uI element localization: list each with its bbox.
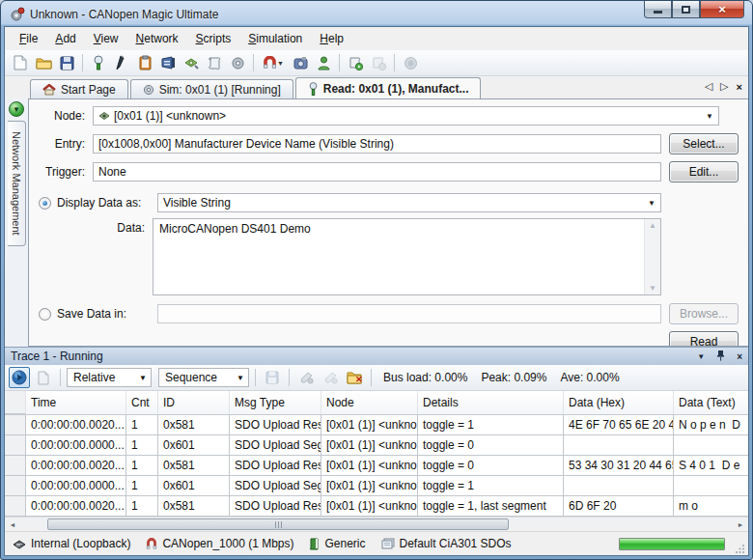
scroll-up-icon[interactable]: ▲ bbox=[649, 221, 656, 230]
clear-page-icon bbox=[38, 371, 49, 385]
network-management-orb-icon[interactable]: ▼ bbox=[9, 101, 24, 117]
menu-view[interactable]: View bbox=[85, 28, 127, 49]
cell-data-hex: 4E 6F 70 65 6E 20 44 bbox=[564, 415, 674, 435]
column-header-id[interactable]: ID bbox=[158, 391, 230, 414]
save-data-radio[interactable] bbox=[39, 308, 51, 321]
trace-filter-button[interactable] bbox=[320, 367, 341, 388]
column-header-data-hex[interactable]: Data (Hex) bbox=[564, 391, 674, 414]
title-bar[interactable]: Unknown - CANopen Magic Ultimate × bbox=[4, 1, 749, 26]
save-path-field[interactable] bbox=[157, 304, 661, 323]
data-scrollbar[interactable]: ▲ ▼ bbox=[644, 219, 660, 294]
magnet-icon bbox=[146, 538, 157, 549]
column-header-node[interactable]: Node bbox=[321, 391, 418, 414]
close-button[interactable]: × bbox=[700, 1, 744, 18]
data-textarea[interactable]: MicroCANopen DS401 Demo ▲ ▼ bbox=[153, 218, 661, 295]
tab-close-icon[interactable]: × bbox=[737, 81, 742, 93]
trace-menu-chevron-icon[interactable]: ▼ bbox=[697, 352, 705, 361]
trigger-field[interactable]: None bbox=[93, 162, 661, 182]
status-connection[interactable]: Internal (Loopback) bbox=[13, 537, 130, 550]
status-profile[interactable]: Generic bbox=[309, 537, 365, 550]
trace-highlight-button[interactable] bbox=[295, 367, 317, 388]
trace-panel-titlebar[interactable]: Trace 1 - Running ▼ × bbox=[5, 347, 748, 365]
trace-sort-combobox[interactable]: Sequence ▼ bbox=[158, 368, 249, 387]
menu-add[interactable]: Add bbox=[46, 28, 84, 49]
horizontal-scrollbar[interactable]: ◄ ► bbox=[5, 517, 748, 531]
table-row[interactable]: 0:00:00:00.0020... 1 0x581 SDO Upload Re… bbox=[5, 415, 748, 435]
save-file-button[interactable] bbox=[56, 52, 77, 73]
settings-button[interactable] bbox=[227, 52, 248, 73]
edit-button[interactable]: Edit... bbox=[669, 161, 739, 182]
display-data-radio[interactable] bbox=[39, 197, 51, 210]
tab-read-entry[interactable]: Read: 0x01 (1), Manufact... bbox=[295, 77, 482, 98]
scrollbar-thumb[interactable] bbox=[47, 518, 509, 530]
node-combobox[interactable]: [0x01 (1)] <unknown> ▼ bbox=[93, 106, 719, 126]
trace-run-button[interactable] bbox=[9, 367, 30, 388]
network-management-tab[interactable]: Network Management bbox=[8, 121, 26, 246]
trace-time-mode-combobox[interactable]: Relative ▼ bbox=[67, 368, 152, 387]
scroll-right-icon[interactable]: ► bbox=[733, 518, 748, 532]
open-file-button[interactable] bbox=[33, 52, 54, 73]
toolbar-separator bbox=[60, 369, 61, 386]
new-file-button[interactable] bbox=[10, 52, 31, 73]
menu-help[interactable]: Help bbox=[311, 28, 352, 49]
select-button[interactable]: Select... bbox=[669, 133, 739, 154]
scripts-button[interactable] bbox=[204, 52, 225, 73]
run-script-button[interactable] bbox=[345, 52, 366, 73]
cell-time: 0:00:00:00.0020... bbox=[26, 496, 126, 517]
node-user-button[interactable] bbox=[313, 52, 334, 73]
scroll-left-icon[interactable]: ◄ bbox=[5, 518, 20, 532]
column-header-cnt[interactable]: Cnt bbox=[126, 391, 158, 414]
trigger-button[interactable]: ▼ bbox=[259, 52, 288, 73]
trace-save-button[interactable] bbox=[262, 367, 283, 388]
chevron-down-icon[interactable]: ▼ bbox=[139, 374, 147, 382]
trace-close-icon[interactable]: × bbox=[737, 351, 742, 362]
pin-icon[interactable] bbox=[716, 350, 725, 363]
menu-network[interactable]: Network bbox=[127, 28, 187, 49]
simulation-button[interactable] bbox=[290, 52, 311, 73]
trace-delete-button[interactable]: ✕ bbox=[344, 367, 365, 388]
entry-label: Entry: bbox=[39, 137, 85, 151]
maximize-button[interactable] bbox=[672, 1, 700, 18]
column-header-data-text[interactable]: Data (Text) bbox=[674, 391, 748, 414]
chevron-down-icon[interactable]: ▼ bbox=[648, 199, 655, 208]
menu-file[interactable]: File bbox=[11, 28, 46, 49]
cell-details: toggle = 0 bbox=[418, 456, 564, 476]
trace-clear-button[interactable] bbox=[33, 367, 54, 388]
tab-scroll-right-icon[interactable]: ▷ bbox=[720, 80, 728, 93]
status-network[interactable]: CANopen_1000 (1 Mbps) bbox=[146, 537, 293, 550]
tab-sim-node[interactable]: Sim: 0x01 (1) [Running] bbox=[130, 79, 293, 98]
cell-node: [0x01 (1)] <unkno... bbox=[321, 415, 418, 435]
read-button[interactable]: Read bbox=[669, 331, 739, 347]
chevron-down-icon[interactable]: ▼ bbox=[706, 112, 713, 121]
browse-button[interactable]: Browse... bbox=[669, 303, 739, 324]
minimize-icon bbox=[654, 11, 662, 14]
column-header-msg-type[interactable]: Msg Type bbox=[230, 391, 321, 414]
row-gutter bbox=[5, 456, 26, 476]
network-connector-button[interactable] bbox=[181, 52, 202, 73]
stop-button[interactable] bbox=[400, 52, 421, 73]
tab-start-page[interactable]: Start Page bbox=[30, 79, 128, 98]
table-row[interactable]: 0:00:00:00.0020... 1 0x581 SDO Upload Re… bbox=[5, 456, 748, 476]
tab-scroll-left-icon[interactable]: ◁ bbox=[705, 80, 712, 93]
device-button[interactable] bbox=[157, 52, 179, 73]
table-row[interactable]: 0:00:00:00.0020... 1 0x581 SDO Upload Re… bbox=[5, 496, 748, 517]
menu-scripts[interactable]: Scripts bbox=[187, 28, 240, 49]
entry-field[interactable]: [0x1008,0x00] Manufacturer Device Name (… bbox=[93, 134, 661, 154]
minimize-button[interactable] bbox=[644, 1, 672, 18]
row-gutter bbox=[5, 496, 26, 517]
menu-simulation[interactable]: Simulation bbox=[239, 28, 311, 49]
display-format-combobox[interactable]: Visible String ▼ bbox=[157, 193, 661, 212]
column-header-details[interactable]: Details bbox=[418, 391, 564, 414]
write-entry-button[interactable] bbox=[111, 52, 132, 73]
clipboard-button[interactable] bbox=[134, 52, 155, 73]
table-row[interactable]: 0:00:00:00.0000... 1 0x601 SDO Upload Se… bbox=[5, 476, 748, 496]
resize-grip[interactable] bbox=[736, 544, 745, 553]
scroll-down-icon[interactable]: ▼ bbox=[649, 284, 656, 293]
column-header-time[interactable]: Time bbox=[26, 391, 126, 414]
chevron-down-icon[interactable]: ▼ bbox=[237, 374, 244, 382]
toolbar-separator bbox=[255, 369, 256, 386]
stop-script-button[interactable] bbox=[368, 52, 389, 73]
read-entry-button[interactable] bbox=[88, 52, 109, 73]
table-row[interactable]: 0:00:00:00.0000... 1 0x601 SDO Upload Se… bbox=[5, 435, 748, 456]
status-sdo-config[interactable]: Default CiA301 SDOs bbox=[381, 537, 512, 550]
